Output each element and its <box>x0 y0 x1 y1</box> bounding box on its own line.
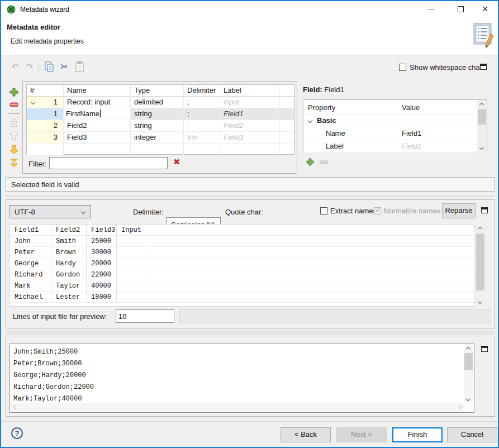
side-toolbar-separator <box>8 113 20 114</box>
filter-clear-icon[interactable]: ✖ <box>173 157 180 167</box>
property-table-header: Property Value <box>303 100 487 115</box>
scrollbar-thumb[interactable] <box>464 353 473 370</box>
raw-line: George;Hardy;20000 <box>13 371 86 379</box>
field-row-selected[interactable]: 1 FirstName string ; Field1 <box>27 108 294 120</box>
fields-group: # Name Type Delimiter Label 1 Record: in… <box>22 81 297 174</box>
show-whitespace-checkbox[interactable] <box>399 64 406 71</box>
page-subtitle: Edit metadata properties <box>11 37 84 45</box>
col-header-delimiter[interactable]: Delimiter <box>184 85 220 97</box>
raw-horizontal-scrollbar[interactable] <box>11 403 464 412</box>
preview-row[interactable]: MichaelLester18000 <box>10 292 474 303</box>
back-button[interactable]: < Back <box>281 427 331 442</box>
scroll-down-icon[interactable] <box>479 145 484 150</box>
data-preview-table: Field1 Field2 Field3 Input JohnSmith2500… <box>9 224 474 307</box>
add-field-icon[interactable] <box>9 88 18 97</box>
scroll-right-icon[interactable] <box>457 405 462 409</box>
encoding-select[interactable]: UTF-8 <box>9 205 91 218</box>
page-title: Metadata editor <box>7 23 60 31</box>
move-top-icon[interactable] <box>9 117 18 127</box>
raw-line: Richard;Gordon;22000 <box>13 383 94 391</box>
property-row[interactable]: Label Field1 <box>303 140 487 153</box>
maximize-editor-section-icon[interactable] <box>480 64 487 70</box>
fields-table: # Name Type Delimiter Label 1 Record: in… <box>26 84 294 155</box>
finish-button[interactable]: Finish <box>392 427 443 442</box>
copy-icon[interactable] <box>44 61 55 73</box>
wizard-header: Metadata editor Edit metadata properties <box>1 18 498 55</box>
normalize-names-checkbox[interactable]: ✓ <box>374 207 381 215</box>
text-caret <box>100 109 101 117</box>
undo-icon[interactable]: ↶ <box>9 61 21 74</box>
preview-row[interactable]: GeorgeHardy20000 <box>10 258 474 269</box>
record-row[interactable]: 1 Record: input delimited ; input <box>27 97 294 108</box>
property-group-row[interactable]: Basic <box>303 115 487 127</box>
raw-line: Peter;Brown;30000 <box>13 360 82 368</box>
preview-group: UTF-8 Delimiter: Semicolon ";" Quote cha… <box>6 199 495 328</box>
extract-names-label: Extract names <box>330 207 377 215</box>
scrollbar-thumb[interactable] <box>478 109 486 125</box>
preview-row[interactable]: PeterBrown30000 <box>10 247 474 258</box>
status-bar: Selected field is valid <box>6 177 495 192</box>
raw-preview-group: John;Smith;25000 Peter;Brown;30000 Georg… <box>6 336 495 417</box>
col-header-label[interactable]: Label <box>220 85 280 97</box>
show-whitespace-label: Show whitespace chars <box>410 63 486 72</box>
collapse-basic-icon[interactable] <box>308 118 312 123</box>
paste-icon[interactable] <box>74 61 85 73</box>
move-down-icon[interactable] <box>9 144 18 155</box>
raw-preview-textarea[interactable]: John;Smith;25000 Peter;Brown;30000 Georg… <box>9 344 474 413</box>
add-property-icon[interactable] <box>306 158 314 166</box>
col-header-property[interactable]: Property <box>303 100 397 115</box>
maximize-icon[interactable] <box>458 6 464 12</box>
reparse-button[interactable]: Reparse <box>442 203 476 218</box>
minimize-icon[interactable] <box>427 9 435 9</box>
preview-header-row: Field1 Field2 Field3 Input <box>10 225 474 236</box>
scroll-up-icon[interactable] <box>466 347 471 351</box>
field-panel-title: Field: Field1 <box>303 85 344 94</box>
chevron-down-icon <box>81 209 85 214</box>
normalize-names-label: Normalize names <box>384 207 440 215</box>
preview-lines-input[interactable] <box>116 309 174 323</box>
horizontal-splitter[interactable] <box>6 195 495 197</box>
property-row[interactable]: Name Field1 <box>303 127 487 140</box>
redo-icon[interactable]: ↷ <box>23 61 36 74</box>
col-header-num[interactable]: # <box>27 85 64 97</box>
collapse-record-icon[interactable] <box>31 100 35 104</box>
scroll-up-icon[interactable] <box>479 103 484 107</box>
button-bar: ? < Back Next > Finish Cancel <box>1 421 498 447</box>
preview-row[interactable]: JohnSmith25000 <box>10 236 474 247</box>
close-icon[interactable]: × <box>482 3 488 15</box>
maximize-raw-section-icon[interactable] <box>481 346 488 352</box>
remove-field-icon[interactable] <box>9 102 18 108</box>
empty-row[interactable] <box>27 144 294 155</box>
cancel-button[interactable]: Cancel <box>447 427 497 442</box>
move-bottom-icon[interactable] <box>9 158 18 168</box>
cut-icon[interactable]: ✂ <box>58 61 70 74</box>
fields-table-header: # Name Type Delimiter Label <box>27 85 294 97</box>
toolbar-separator <box>39 61 39 73</box>
preview-row[interactable]: RichardGordon22000 <box>10 269 474 280</box>
help-icon[interactable]: ? <box>11 427 23 439</box>
maximize-preview-section-icon[interactable] <box>481 207 488 213</box>
remove-property-icon[interactable] <box>320 160 329 165</box>
move-up-icon[interactable] <box>9 130 18 141</box>
extract-names-checkbox[interactable] <box>320 207 327 215</box>
field-name-edit-input[interactable]: FirstName <box>64 108 131 120</box>
scrollbar-thumb[interactable] <box>476 233 484 290</box>
property-table: Property Value Basic Name Field1 Label F… <box>303 99 487 153</box>
col-header-name[interactable]: Name <box>64 85 131 97</box>
horizontal-splitter[interactable] <box>6 331 495 333</box>
property-table-scrollbar[interactable] <box>477 100 487 152</box>
next-button[interactable]: Next > <box>336 427 387 442</box>
status-message: Selected field is valid <box>11 180 79 189</box>
field-row[interactable]: 2 Field2 string ; Field2 <box>27 120 294 132</box>
raw-vertical-scrollbar[interactable] <box>464 345 473 403</box>
scroll-up-icon[interactable] <box>478 227 482 231</box>
field-row[interactable]: 3 Field3 integer \r\n Field3 <box>27 132 294 144</box>
scroll-left-icon[interactable] <box>13 405 18 409</box>
preview-row[interactable]: MarkTaylor40000 <box>10 280 474 292</box>
col-header-value[interactable]: Value <box>397 100 487 115</box>
scroll-down-icon[interactable] <box>478 299 482 304</box>
filter-input[interactable] <box>49 157 168 169</box>
scroll-down-icon[interactable] <box>466 397 471 401</box>
col-header-type[interactable]: Type <box>131 85 184 97</box>
preview-table-scrollbar[interactable] <box>476 224 485 307</box>
